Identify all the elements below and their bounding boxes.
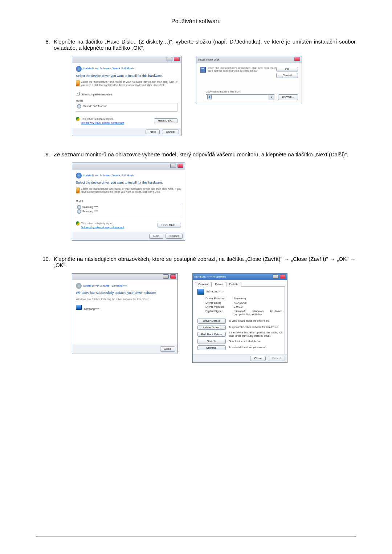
update-driver-desc: To update the driver software for this d… bbox=[229, 326, 282, 329]
device-chip-icon bbox=[76, 81, 79, 86]
chevron-down-icon[interactable]: ▾ bbox=[269, 95, 274, 100]
dialog-headline: Select the device driver you want to ins… bbox=[76, 74, 177, 78]
model-listbox[interactable]: Generic PnP Monitor bbox=[76, 103, 177, 112]
ok-button[interactable]: OK bbox=[276, 67, 298, 72]
prop-date-v: 4/14/2005 bbox=[234, 301, 282, 305]
step-10-number: 10. bbox=[36, 256, 54, 371]
browse-button[interactable]: Browse... bbox=[278, 94, 298, 100]
dialog-update-success: ← Update Driver Software - Samsung **** … bbox=[72, 273, 178, 353]
footer-rule bbox=[36, 537, 356, 537]
step-9-text: Ze seznamu monitorů na obrazovce vyberte… bbox=[54, 151, 356, 157]
cancel-button[interactable]: Cancel bbox=[276, 73, 298, 78]
device-chip-icon bbox=[76, 188, 79, 193]
disc-icon bbox=[77, 205, 81, 209]
uninstall-desc: To uninstall the driver (Advanced). bbox=[229, 346, 282, 349]
prop-version-v: 2.0.0.0 bbox=[234, 305, 282, 309]
disable-button[interactable]: Disable bbox=[197, 339, 226, 344]
show-compatible-label: Show compatible hardware bbox=[81, 93, 112, 96]
prop-date-k: Driver Date: bbox=[205, 301, 234, 305]
update-driver-button[interactable]: Update Driver... bbox=[197, 325, 226, 330]
tab-general[interactable]: General bbox=[195, 282, 212, 287]
why-signing-link[interactable]: Tell me why driver signing is important bbox=[81, 226, 124, 229]
dialog-update-driver-select: ← Update Driver Software - Generic PnP M… bbox=[72, 56, 181, 136]
signed-text: This driver is digitally signed. bbox=[81, 222, 114, 225]
next-button[interactable]: Next bbox=[146, 130, 159, 135]
device-name: Samsung **** bbox=[84, 308, 99, 310]
dialog-note: Windows has finished installing the driv… bbox=[76, 298, 174, 301]
prop-provider-v: Samsung bbox=[234, 297, 282, 300]
breadcrumb: Update Driver Software - Generic PnP Mon… bbox=[83, 67, 135, 70]
step-9-number: 9. bbox=[36, 151, 54, 249]
breadcrumb: Update Driver Software - Samsung **** bbox=[83, 284, 127, 287]
dialog-note: Select the manufacturer and model of you… bbox=[81, 81, 177, 87]
cancel-button: Cancel bbox=[268, 356, 285, 361]
dialog-title: Install From Disk bbox=[198, 58, 220, 62]
model-listbox[interactable]: Samsung **** Samsung **** bbox=[76, 204, 181, 216]
why-signing-link[interactable]: Tell me why driver signing is important bbox=[81, 122, 124, 124]
model-item[interactable]: Generic PnP Monitor bbox=[83, 105, 107, 107]
prop-signer-v: microsoft windows hardware compatibility… bbox=[234, 309, 282, 316]
shield-icon bbox=[76, 221, 79, 226]
rollback-driver-button[interactable]: Roll Back Driver bbox=[197, 332, 226, 337]
signed-text: This driver is digitally signed. bbox=[81, 118, 114, 120]
step-8-text: Klepněte na tlačítko „Have Disk... (Z di… bbox=[54, 38, 356, 51]
drive-a-icon: A bbox=[207, 95, 212, 99]
next-button[interactable]: Next bbox=[149, 234, 163, 239]
dialog-select-model: ← Update Driver Software - Generic PnP M… bbox=[72, 163, 185, 241]
have-disk-button[interactable]: Have Disk... bbox=[154, 118, 177, 123]
close-button[interactable]: Close bbox=[160, 346, 175, 352]
close-button[interactable]: Close bbox=[250, 356, 265, 361]
close-icon[interactable] bbox=[170, 274, 176, 279]
dialog-install-from-disk: Install From Disk Insert the manufacture… bbox=[196, 56, 302, 104]
tab-driver[interactable]: Driver bbox=[212, 282, 226, 287]
step-10-text: Klepněte na následujících obrazovkách, k… bbox=[54, 256, 356, 268]
dialog-title: Samsung **** Properties bbox=[194, 275, 226, 279]
tab-details[interactable]: Details bbox=[226, 282, 241, 287]
uninstall-button[interactable]: Uninstall bbox=[197, 345, 226, 350]
back-icon: ← bbox=[76, 283, 82, 289]
device-name: Samsung **** bbox=[206, 290, 224, 294]
page-title: Používání softwaru bbox=[36, 18, 356, 25]
back-icon[interactable]: ← bbox=[76, 173, 82, 178]
breadcrumb: Update Driver Software - Generic PnP Mon… bbox=[83, 174, 135, 177]
dialog-headline: Select the device driver you want to ins… bbox=[76, 181, 181, 185]
install-disk-msg: Insert the manufacturer's installation d… bbox=[208, 67, 276, 78]
close-icon[interactable] bbox=[177, 164, 183, 168]
minimize-button[interactable] bbox=[170, 164, 176, 168]
driver-details-button[interactable]: Driver Details bbox=[197, 319, 226, 324]
floppy-icon bbox=[200, 67, 206, 73]
path-combo[interactable]: A ▾ bbox=[206, 94, 274, 100]
monitor-icon bbox=[76, 305, 82, 310]
prop-signer-k: Digital Signer: bbox=[205, 309, 234, 316]
back-icon[interactable]: ← bbox=[76, 66, 82, 72]
cancel-button[interactable]: Cancel bbox=[166, 234, 183, 239]
model-item-1[interactable]: Samsung **** bbox=[82, 206, 98, 208]
model-label: Model bbox=[76, 99, 177, 102]
minimize-button[interactable] bbox=[163, 274, 169, 279]
model-item-2[interactable]: Samsung **** bbox=[82, 210, 98, 213]
step-8-number: 8. bbox=[36, 38, 54, 144]
model-label: Model bbox=[76, 200, 181, 203]
driver-details-desc: To view details about the driver files. bbox=[229, 320, 282, 323]
have-disk-button[interactable]: Have Disk... bbox=[158, 223, 181, 228]
disc-icon bbox=[77, 209, 81, 214]
close-icon[interactable] bbox=[174, 57, 180, 61]
prop-provider-k: Driver Provider: bbox=[205, 297, 234, 300]
shield-icon bbox=[76, 117, 79, 121]
dialog-note: Select the manufacturer and model of you… bbox=[81, 188, 181, 194]
show-compatible-checkbox[interactable]: ✓ bbox=[76, 92, 79, 95]
monitor-icon bbox=[197, 289, 204, 295]
disable-desc: Disables the selected device. bbox=[229, 340, 282, 343]
dialog-headline: Windows has successfully updated your dr… bbox=[76, 291, 174, 295]
prop-version-k: Driver Version: bbox=[205, 305, 234, 309]
disc-icon bbox=[77, 104, 81, 108]
rollback-driver-desc: If the device fails after updating the d… bbox=[229, 331, 282, 337]
minimize-button[interactable] bbox=[167, 57, 172, 61]
copy-from-label: Copy manufacturer's files from: bbox=[206, 90, 298, 93]
close-icon[interactable] bbox=[294, 57, 300, 61]
close-icon[interactable] bbox=[280, 274, 286, 279]
cancel-button[interactable]: Cancel bbox=[162, 130, 179, 135]
help-button[interactable] bbox=[273, 274, 278, 279]
dialog-driver-properties: Samsung **** Properties GeneralDriverDet… bbox=[192, 273, 287, 363]
